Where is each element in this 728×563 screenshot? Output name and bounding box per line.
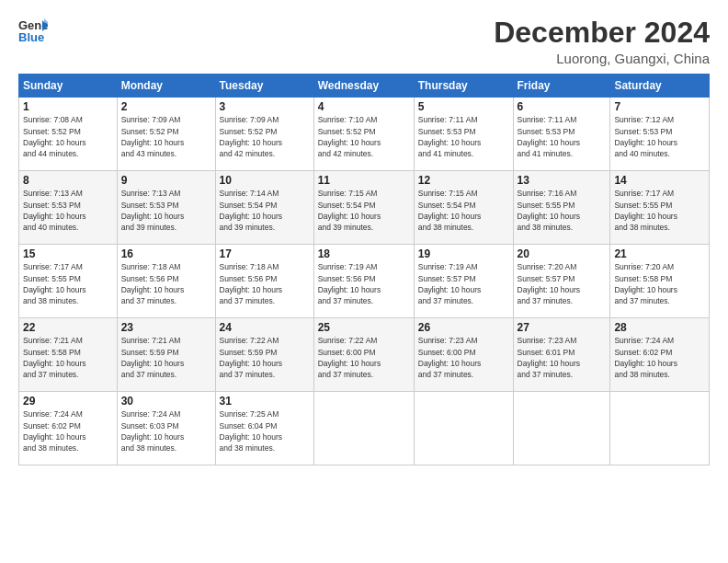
calendar-cell: 2Sunrise: 7:09 AM Sunset: 5:52 PM Daylig… bbox=[117, 98, 215, 171]
col-monday: Monday bbox=[117, 75, 215, 98]
col-sunday: Sunday bbox=[19, 75, 118, 98]
calendar-cell: 7Sunrise: 7:12 AM Sunset: 5:53 PM Daylig… bbox=[610, 98, 710, 171]
day-info: Sunrise: 7:13 AM Sunset: 5:53 PM Dayligh… bbox=[121, 188, 211, 233]
calendar-week-4: 22Sunrise: 7:21 AM Sunset: 5:58 PM Dayli… bbox=[19, 318, 710, 392]
calendar-cell: 1Sunrise: 7:08 AM Sunset: 5:52 PM Daylig… bbox=[19, 98, 118, 171]
day-number: 6 bbox=[518, 100, 607, 113]
day-number: 17 bbox=[220, 247, 310, 260]
location-subtitle: Luorong, Guangxi, China bbox=[494, 51, 710, 66]
calendar-cell: 11Sunrise: 7:15 AM Sunset: 5:54 PM Dayli… bbox=[313, 171, 414, 245]
day-number: 20 bbox=[518, 247, 607, 260]
day-info: Sunrise: 7:11 AM Sunset: 5:53 PM Dayligh… bbox=[518, 114, 607, 159]
day-number: 14 bbox=[614, 174, 705, 187]
day-info: Sunrise: 7:24 AM Sunset: 6:03 PM Dayligh… bbox=[121, 408, 211, 454]
calendar-cell: 30Sunrise: 7:24 AM Sunset: 6:03 PM Dayli… bbox=[117, 392, 215, 465]
day-info: Sunrise: 7:20 AM Sunset: 5:57 PM Dayligh… bbox=[518, 261, 607, 306]
col-saturday: Saturday bbox=[610, 75, 710, 98]
day-info: Sunrise: 7:22 AM Sunset: 6:00 PM Dayligh… bbox=[318, 335, 410, 380]
calendar-cell: 20Sunrise: 7:20 AM Sunset: 5:57 PM Dayli… bbox=[513, 245, 610, 318]
calendar-cell: 4Sunrise: 7:10 AM Sunset: 5:52 PM Daylig… bbox=[313, 98, 414, 171]
calendar-cell: 9Sunrise: 7:13 AM Sunset: 5:53 PM Daylig… bbox=[117, 171, 215, 245]
calendar-week-5: 29Sunrise: 7:24 AM Sunset: 6:02 PM Dayli… bbox=[19, 392, 710, 465]
day-info: Sunrise: 7:11 AM Sunset: 5:53 PM Dayligh… bbox=[418, 114, 509, 159]
calendar-cell: 14Sunrise: 7:17 AM Sunset: 5:55 PM Dayli… bbox=[610, 171, 710, 245]
calendar-cell bbox=[414, 392, 513, 465]
day-info: Sunrise: 7:09 AM Sunset: 5:52 PM Dayligh… bbox=[220, 114, 310, 159]
month-title: December 2024 bbox=[494, 17, 710, 49]
col-tuesday: Tuesday bbox=[215, 75, 313, 98]
svg-text:Blue: Blue bbox=[18, 30, 44, 44]
calendar-cell: 3Sunrise: 7:09 AM Sunset: 5:52 PM Daylig… bbox=[215, 98, 313, 171]
day-number: 4 bbox=[318, 100, 410, 113]
calendar-cell bbox=[610, 392, 710, 465]
day-number: 11 bbox=[318, 174, 410, 187]
logo: General Blue bbox=[18, 17, 51, 46]
day-info: Sunrise: 7:17 AM Sunset: 5:55 PM Dayligh… bbox=[23, 261, 113, 306]
calendar-cell bbox=[313, 392, 414, 465]
calendar-week-1: 1Sunrise: 7:08 AM Sunset: 5:52 PM Daylig… bbox=[19, 98, 710, 171]
day-info: Sunrise: 7:25 AM Sunset: 6:04 PM Dayligh… bbox=[220, 408, 310, 454]
day-info: Sunrise: 7:19 AM Sunset: 5:56 PM Dayligh… bbox=[318, 261, 410, 306]
day-number: 1 bbox=[23, 100, 113, 113]
day-info: Sunrise: 7:24 AM Sunset: 6:02 PM Dayligh… bbox=[23, 408, 113, 454]
day-number: 3 bbox=[220, 100, 310, 113]
calendar-cell: 26Sunrise: 7:23 AM Sunset: 6:00 PM Dayli… bbox=[414, 318, 513, 392]
calendar-cell: 19Sunrise: 7:19 AM Sunset: 5:57 PM Dayli… bbox=[414, 245, 513, 318]
calendar-cell: 12Sunrise: 7:15 AM Sunset: 5:54 PM Dayli… bbox=[414, 171, 513, 245]
calendar-table: Sunday Monday Tuesday Wednesday Thursday… bbox=[18, 74, 710, 465]
calendar-cell: 18Sunrise: 7:19 AM Sunset: 5:56 PM Dayli… bbox=[313, 245, 414, 318]
day-number: 12 bbox=[418, 174, 509, 187]
day-info: Sunrise: 7:21 AM Sunset: 5:58 PM Dayligh… bbox=[23, 335, 113, 380]
day-info: Sunrise: 7:09 AM Sunset: 5:52 PM Dayligh… bbox=[121, 114, 211, 159]
day-number: 10 bbox=[220, 174, 310, 187]
day-number: 22 bbox=[23, 321, 113, 334]
day-number: 31 bbox=[220, 395, 310, 408]
calendar-cell: 17Sunrise: 7:18 AM Sunset: 5:56 PM Dayli… bbox=[215, 245, 313, 318]
header: General Blue December 2024 Luorong, Guan… bbox=[18, 17, 710, 66]
day-number: 23 bbox=[121, 321, 211, 334]
calendar-cell: 25Sunrise: 7:22 AM Sunset: 6:00 PM Dayli… bbox=[313, 318, 414, 392]
day-number: 21 bbox=[614, 247, 705, 260]
calendar-cell: 16Sunrise: 7:18 AM Sunset: 5:56 PM Dayli… bbox=[117, 245, 215, 318]
day-info: Sunrise: 7:18 AM Sunset: 5:56 PM Dayligh… bbox=[220, 261, 310, 306]
day-number: 7 bbox=[614, 100, 705, 113]
day-info: Sunrise: 7:22 AM Sunset: 5:59 PM Dayligh… bbox=[220, 335, 310, 380]
calendar-cell: 23Sunrise: 7:21 AM Sunset: 5:59 PM Dayli… bbox=[117, 318, 215, 392]
calendar-cell: 6Sunrise: 7:11 AM Sunset: 5:53 PM Daylig… bbox=[513, 98, 610, 171]
calendar-cell: 31Sunrise: 7:25 AM Sunset: 6:04 PM Dayli… bbox=[215, 392, 313, 465]
calendar-cell: 15Sunrise: 7:17 AM Sunset: 5:55 PM Dayli… bbox=[19, 245, 118, 318]
day-info: Sunrise: 7:23 AM Sunset: 6:00 PM Dayligh… bbox=[418, 335, 509, 380]
calendar-cell: 5Sunrise: 7:11 AM Sunset: 5:53 PM Daylig… bbox=[414, 98, 513, 171]
day-info: Sunrise: 7:17 AM Sunset: 5:55 PM Dayligh… bbox=[614, 188, 705, 233]
day-number: 19 bbox=[418, 247, 509, 260]
day-number: 18 bbox=[318, 247, 410, 260]
day-info: Sunrise: 7:15 AM Sunset: 5:54 PM Dayligh… bbox=[418, 188, 509, 233]
calendar-cell: 21Sunrise: 7:20 AM Sunset: 5:58 PM Dayli… bbox=[610, 245, 710, 318]
calendar-cell: 22Sunrise: 7:21 AM Sunset: 5:58 PM Dayli… bbox=[19, 318, 118, 392]
calendar-cell: 24Sunrise: 7:22 AM Sunset: 5:59 PM Dayli… bbox=[215, 318, 313, 392]
day-number: 13 bbox=[518, 174, 607, 187]
day-number: 30 bbox=[121, 395, 211, 408]
calendar-week-3: 15Sunrise: 7:17 AM Sunset: 5:55 PM Dayli… bbox=[19, 245, 710, 318]
page: General Blue December 2024 Luorong, Guan… bbox=[0, 0, 728, 563]
day-info: Sunrise: 7:23 AM Sunset: 6:01 PM Dayligh… bbox=[518, 335, 607, 380]
day-info: Sunrise: 7:24 AM Sunset: 6:02 PM Dayligh… bbox=[614, 335, 705, 380]
logo-icon: General Blue bbox=[18, 17, 48, 46]
day-number: 16 bbox=[121, 247, 211, 260]
day-info: Sunrise: 7:19 AM Sunset: 5:57 PM Dayligh… bbox=[418, 261, 509, 306]
day-number: 28 bbox=[614, 321, 705, 334]
day-info: Sunrise: 7:18 AM Sunset: 5:56 PM Dayligh… bbox=[121, 261, 211, 306]
day-number: 8 bbox=[23, 174, 113, 187]
calendar-cell: 13Sunrise: 7:16 AM Sunset: 5:55 PM Dayli… bbox=[513, 171, 610, 245]
calendar-cell: 29Sunrise: 7:24 AM Sunset: 6:02 PM Dayli… bbox=[19, 392, 118, 465]
day-info: Sunrise: 7:13 AM Sunset: 5:53 PM Dayligh… bbox=[23, 188, 113, 233]
day-info: Sunrise: 7:16 AM Sunset: 5:55 PM Dayligh… bbox=[518, 188, 607, 233]
day-number: 15 bbox=[23, 247, 113, 260]
title-section: December 2024 Luorong, Guangxi, China bbox=[494, 17, 710, 66]
calendar-cell: 10Sunrise: 7:14 AM Sunset: 5:54 PM Dayli… bbox=[215, 171, 313, 245]
day-number: 27 bbox=[518, 321, 607, 334]
day-number: 2 bbox=[121, 100, 211, 113]
calendar-cell bbox=[513, 392, 610, 465]
calendar-cell: 8Sunrise: 7:13 AM Sunset: 5:53 PM Daylig… bbox=[19, 171, 118, 245]
day-number: 24 bbox=[220, 321, 310, 334]
